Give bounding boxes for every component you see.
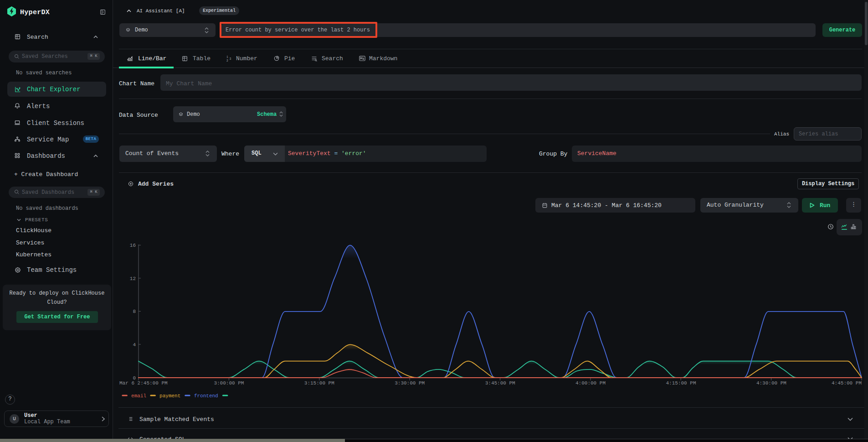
svg-text:4:30:00 PM: 4:30:00 PM (756, 380, 786, 386)
svg-text:0: 0 (133, 375, 136, 381)
svg-text:Mar 6 2:45:00 PM: Mar 6 2:45:00 PM (119, 380, 168, 386)
svg-text:3:45:00 PM: 3:45:00 PM (485, 380, 515, 386)
svg-text:4:00:00 PM: 4:00:00 PM (575, 380, 606, 386)
svg-text:email: email (131, 393, 146, 399)
svg-text:3:00:00 PM: 3:00:00 PM (214, 380, 244, 386)
svg-text:8: 8 (133, 309, 136, 314)
svg-text:2: 2 (226, 59, 228, 62)
svg-text:3: 3 (229, 57, 231, 61)
svg-text:payment: payment (159, 393, 180, 399)
svg-text:3:30:00 PM: 3:30:00 PM (395, 380, 425, 386)
svg-text:1: 1 (226, 56, 228, 59)
svg-text:4:15:00 PM: 4:15:00 PM (666, 380, 696, 386)
svg-text:16: 16 (130, 243, 136, 248)
svg-text:4: 4 (133, 342, 136, 348)
svg-text:4:45:00 PM: 4:45:00 PM (832, 380, 862, 386)
svg-text:3:15:00 PM: 3:15:00 PM (304, 380, 334, 386)
svg-text:frontend: frontend (194, 393, 218, 399)
svg-text:12: 12 (130, 276, 136, 281)
